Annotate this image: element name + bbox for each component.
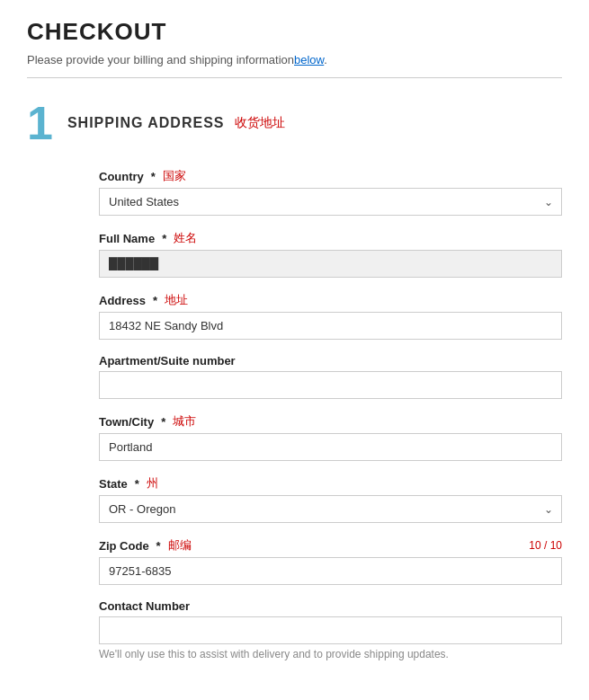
apartment-group: Apartment/Suite number: [99, 354, 562, 399]
full-name-label: Full Name * 姓名: [99, 230, 562, 246]
contact-number-input[interactable]: [99, 616, 562, 644]
town-city-label: Town/City * 城市: [99, 413, 562, 430]
subtitle: Please provide your billing and shipping…: [27, 53, 562, 66]
section-title-cn: 收货地址: [235, 115, 285, 131]
zip-code-input[interactable]: [99, 557, 562, 585]
country-select[interactable]: United States Canada United Kingdom Aust…: [99, 188, 562, 216]
zip-code-label: Zip Code * 邮编 10 / 10: [99, 537, 562, 554]
zip-code-group: Zip Code * 邮编 10 / 10: [99, 537, 562, 585]
state-select-wrapper[interactable]: OR - Oregon CA - California WA - Washing…: [99, 495, 562, 523]
full-name-input[interactable]: [99, 250, 562, 278]
town-city-group: Town/City * 城市: [99, 413, 562, 461]
town-city-input[interactable]: [99, 433, 562, 461]
contact-number-label: Contact Number: [99, 599, 562, 613]
country-label: Country * 国家: [99, 168, 562, 184]
section-number: 1: [27, 100, 53, 146]
shipping-address-form: Country * 国家 United States Canada United…: [99, 168, 562, 660]
state-label: State * 州: [99, 475, 562, 492]
contact-number-group: Contact Number We'll only use this to as…: [99, 599, 562, 660]
contact-helper-text: We'll only use this to assist with deliv…: [99, 648, 562, 660]
country-group: Country * 国家 United States Canada United…: [99, 168, 562, 216]
apartment-input[interactable]: [99, 371, 562, 399]
address-input[interactable]: [99, 312, 562, 340]
page-title: CHECKOUT: [27, 18, 562, 46]
full-name-group: Full Name * 姓名: [99, 230, 562, 278]
state-select[interactable]: OR - Oregon CA - California WA - Washing…: [99, 495, 562, 523]
section-header: 1 SHIPPING ADDRESS 收货地址: [27, 100, 562, 146]
country-select-wrapper[interactable]: United States Canada United Kingdom Aust…: [99, 188, 562, 216]
section-title: SHIPPING ADDRESS: [67, 115, 225, 131]
state-group: State * 州 OR - Oregon CA - California WA…: [99, 475, 562, 523]
apartment-label: Apartment/Suite number: [99, 354, 562, 368]
address-group: Address * 地址: [99, 292, 562, 340]
address-label: Address * 地址: [99, 292, 562, 308]
zip-char-count: 10 / 10: [529, 539, 562, 552]
divider: [27, 77, 562, 78]
